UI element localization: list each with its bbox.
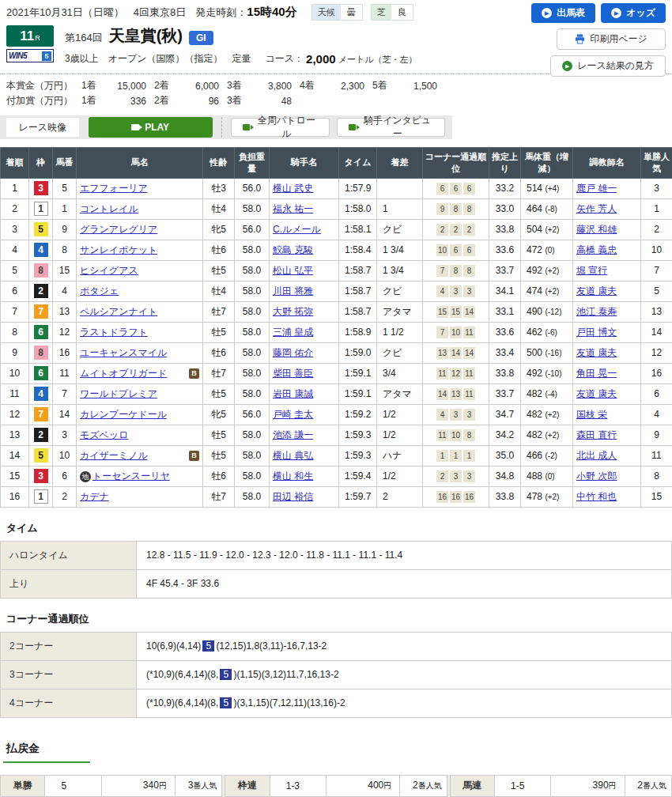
jockey-link[interactable]: 藤岡 佑介 — [273, 347, 313, 358]
jockey-link[interactable]: 横山 典弘 — [273, 450, 313, 461]
trainer-link[interactable]: 鹿戸 雄一 — [576, 183, 617, 194]
body-weight: 482 — [527, 388, 542, 399]
finish-position: 8 — [1, 322, 29, 342]
horse-name-link[interactable]: カデナ — [80, 491, 109, 502]
patrol-button-label: 全周パトロール — [255, 114, 318, 141]
popularity-suffix: 番人気 — [193, 781, 217, 790]
jockey-link[interactable]: 田辺 裕信 — [273, 491, 313, 502]
jockey-link[interactable]: 横山 武史 — [273, 183, 313, 194]
patrol-video-button[interactable]: 全周パトロール — [231, 118, 330, 137]
horse-number: 2 — [53, 486, 77, 507]
frame-number-badge: 2 — [34, 284, 48, 298]
jockey-link[interactable]: 大野 拓弥 — [273, 306, 313, 317]
trainer-link[interactable]: 藤沢 和雄 — [576, 224, 617, 235]
frame-number-badge: 5 — [34, 448, 48, 463]
horse-name-link[interactable]: グランアレグリア — [80, 224, 157, 235]
jockey-link[interactable]: C.ルメール — [273, 224, 321, 235]
jockey-link[interactable]: 川田 将雅 — [273, 285, 313, 297]
entries-button[interactable]: ▶ 出馬表 — [531, 3, 595, 23]
trainer-link[interactable]: 友道 康夫 — [576, 285, 617, 297]
corner-position: 16 — [463, 491, 475, 503]
popularity-suffix: 番人気 — [643, 781, 666, 790]
turf-condition-badge: 芝良 — [371, 4, 413, 21]
corner-position: 8 — [463, 203, 475, 215]
jockey-link[interactable]: 松山 弘平 — [273, 265, 313, 276]
corner-order-cell: 111211 — [423, 363, 489, 383]
jockey-link[interactable]: 戸崎 圭太 — [273, 409, 313, 420]
results-column-header: 馬体重（増減） — [521, 148, 573, 179]
trainer-link[interactable]: 池江 泰寿 — [576, 306, 617, 317]
result-guide-button[interactable]: ▶ レース結果の見方 — [550, 55, 666, 77]
course-unit: メートル（芝・左） — [338, 54, 417, 66]
jockey-link[interactable]: 福永 祐一 — [273, 203, 313, 214]
win-favorite-rank: 10 — [641, 240, 672, 260]
trainer-link[interactable]: 北出 成人 — [576, 450, 617, 461]
trainer-cell: 友道 康夫 — [573, 281, 641, 301]
result-row: 16 1 2 カデナ 牡7 58.0 田辺 裕信 1:59.7 2 161616… — [1, 486, 672, 507]
race-conditions: 3歳以上 オープン（国際）（指定） 定量 コース：2,000メートル（芝・左） — [65, 52, 417, 66]
last-3f-time: 33.6 — [489, 240, 521, 260]
horse-name-link[interactable]: ワールドプレミア — [80, 388, 157, 399]
start-time-group: 発走時刻：15時40分 — [195, 5, 296, 20]
trainer-link[interactable]: 森田 直行 — [576, 429, 617, 440]
horse-name-link[interactable]: モズベッロ — [80, 429, 128, 440]
horse-name-link[interactable]: ラストドラフト — [80, 327, 148, 338]
trainer-link[interactable]: 国枝 栄 — [576, 409, 607, 420]
horse-name-link[interactable]: カレンブーケドール — [80, 409, 167, 420]
trainer-link[interactable]: 友道 康夫 — [576, 388, 617, 399]
trainer-link[interactable]: 高橋 義忠 — [576, 244, 617, 255]
jockey-link[interactable]: 三浦 皇成 — [273, 327, 313, 338]
horse-name-link[interactable]: カイザーミノル — [80, 450, 148, 461]
trainer-link[interactable]: 角田 晃一 — [576, 368, 617, 379]
horse-name-link[interactable]: コントレイル — [80, 203, 138, 214]
body-weight-diff: (+2) — [545, 493, 559, 501]
prize-rank: 3着 — [227, 78, 254, 93]
corner-position: 2 — [463, 224, 475, 236]
trainer-link[interactable]: 中竹 和也 — [576, 491, 617, 502]
jockey-link[interactable]: 横山 和生 — [273, 470, 313, 482]
jockey-interview-button[interactable]: 騎手インタビュー — [337, 118, 445, 137]
horse-name-link[interactable]: ペルシアンナイト — [80, 306, 157, 317]
trainer-link[interactable]: 堀 宣行 — [576, 265, 607, 276]
print-page-button[interactable]: 印刷用ページ — [557, 28, 666, 50]
trainer-cell: 鹿戸 雄一 — [573, 178, 641, 198]
body-weight-diff: (-2) — [545, 451, 557, 460]
horse-name-link[interactable]: ムイトオブリガード — [80, 368, 167, 379]
horse-name-link[interactable]: エフフォーリア — [80, 183, 148, 194]
win-favorite-rank: 8 — [641, 466, 672, 486]
jockey-link[interactable]: 池添 謙一 — [273, 429, 313, 440]
horse-name-link[interactable]: ポタジェ — [80, 285, 119, 297]
horse-name-link[interactable]: トーセンスーリヤ — [92, 470, 170, 482]
win-favorite-rank: 13 — [641, 301, 672, 322]
corner-position: 11 — [463, 368, 475, 380]
corner-position: 10 — [436, 244, 448, 256]
finish-position: 11 — [1, 383, 29, 404]
corner-position: 11 — [463, 388, 475, 400]
trainer-link[interactable]: 小野 次郎 — [576, 470, 617, 482]
payout-section-title: 払戻金 — [6, 742, 666, 756]
corner-order-cell: 1066 — [423, 240, 489, 260]
weather-value: 曇 — [341, 5, 362, 20]
horse-name-link[interactable]: ユーキャンスマイル — [80, 347, 167, 358]
result-row: 10 6 11 ムイトオブリガードB 牡7 58.0 柴田 善臣 1:59.1 … — [1, 363, 672, 383]
video-camera-icon — [243, 124, 250, 130]
horse-name-link[interactable]: サンレイポケット — [80, 244, 157, 255]
odds-button[interactable]: ▶ オッズ — [601, 3, 666, 23]
body-weight-diff: (-8) — [545, 205, 557, 213]
corner-order-cell: 151514 — [423, 301, 489, 322]
payout-table: 単勝5340円3番人気複勝5120円3番人気1110円1番人気9110円2番人気 — [0, 775, 222, 797]
horse-name-link[interactable]: ヒシイグアス — [80, 265, 138, 276]
trainer-link[interactable]: 戸田 博文 — [576, 327, 617, 338]
sex-age: 牡5 — [203, 425, 235, 445]
body-weight-cell: 492 (+2) — [521, 260, 573, 281]
corner-position: 7 — [436, 265, 448, 277]
horse-number: 1 — [53, 198, 77, 219]
trainer-link[interactable]: 友道 康夫 — [576, 347, 617, 358]
play-button[interactable]: PLAY — [89, 117, 213, 138]
horse-name-cell: ムイトオブリガードB — [77, 363, 203, 383]
trainer-link[interactable]: 矢作 芳人 — [576, 203, 617, 214]
jockey-link[interactable]: 鮫島 克駿 — [273, 244, 313, 255]
carried-weight: 58.0 — [235, 486, 270, 507]
jockey-link[interactable]: 岩田 康誠 — [273, 388, 313, 399]
jockey-link[interactable]: 柴田 善臣 — [273, 368, 313, 379]
